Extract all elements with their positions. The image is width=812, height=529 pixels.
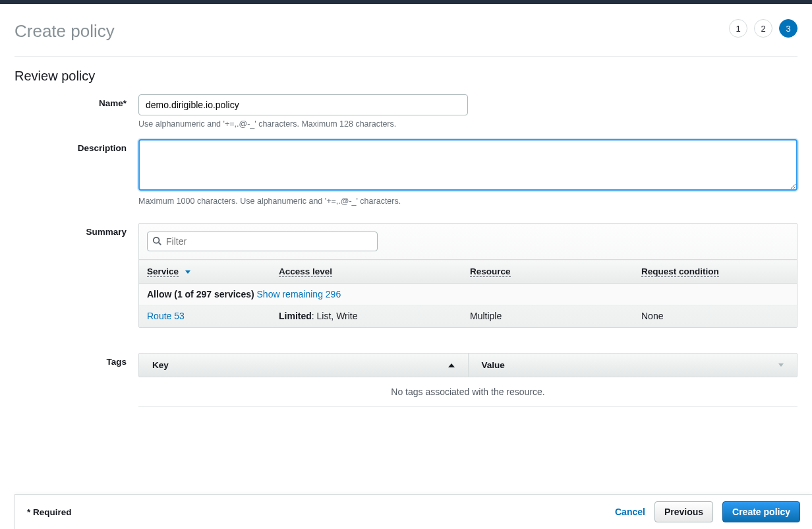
name-input[interactable]	[138, 94, 468, 115]
summary-filter-input[interactable]	[147, 232, 378, 251]
tags-header: Key Value	[138, 353, 798, 377]
access-cell: Limited: List, Write	[271, 305, 462, 327]
col-resource[interactable]: Resource	[462, 260, 633, 284]
name-label: Name*	[14, 94, 138, 108]
wizard-step-3[interactable]: 3	[779, 19, 798, 38]
sort-asc-icon	[448, 363, 455, 367]
tags-empty-text: No tags associated with the resource.	[138, 377, 798, 402]
show-remaining-link[interactable]: Show remaining 296	[257, 289, 341, 299]
search-icon	[152, 236, 161, 247]
divider	[14, 56, 798, 57]
description-hint: Maximum 1000 characters. Use alphanumeri…	[138, 197, 798, 206]
description-label: Description	[14, 139, 138, 153]
description-input[interactable]	[138, 139, 798, 191]
summary-label: Summary	[14, 223, 138, 237]
service-link[interactable]: Route 53	[147, 311, 185, 321]
tags-divider	[138, 406, 798, 407]
summary-table: Service Access level Resource Request co…	[139, 259, 797, 327]
svg-point-0	[154, 237, 160, 243]
col-access[interactable]: Access level	[271, 260, 462, 284]
wizard-steps: 1 2 3	[729, 19, 798, 38]
sort-inactive-icon	[778, 363, 784, 367]
tags-col-value[interactable]: Value	[468, 354, 798, 377]
wizard-step-1[interactable]: 1	[729, 19, 747, 38]
sort-caret-icon	[185, 270, 190, 274]
page-title: Create policy	[14, 21, 798, 42]
table-row: Route 53 Limited: List, Write Multiple N…	[139, 305, 797, 327]
wizard-step-2[interactable]: 2	[754, 19, 772, 38]
section-title: Review policy	[14, 69, 798, 84]
svg-line-1	[159, 243, 161, 245]
allow-count: Allow (1 of 297 services)	[147, 289, 257, 299]
summary-panel: Service Access level Resource Request co…	[138, 223, 798, 328]
condition-cell: None	[633, 305, 797, 327]
name-hint: Use alphanumeric and '+=,.@-_' character…	[138, 119, 798, 129]
resource-cell: Multiple	[462, 305, 633, 327]
col-condition[interactable]: Request condition	[633, 260, 797, 284]
allow-summary-row: Allow (1 of 297 services) Show remaining…	[139, 284, 797, 305]
col-service[interactable]: Service	[139, 260, 271, 284]
tags-label: Tags	[14, 353, 138, 367]
tags-col-key[interactable]: Key	[139, 354, 468, 377]
